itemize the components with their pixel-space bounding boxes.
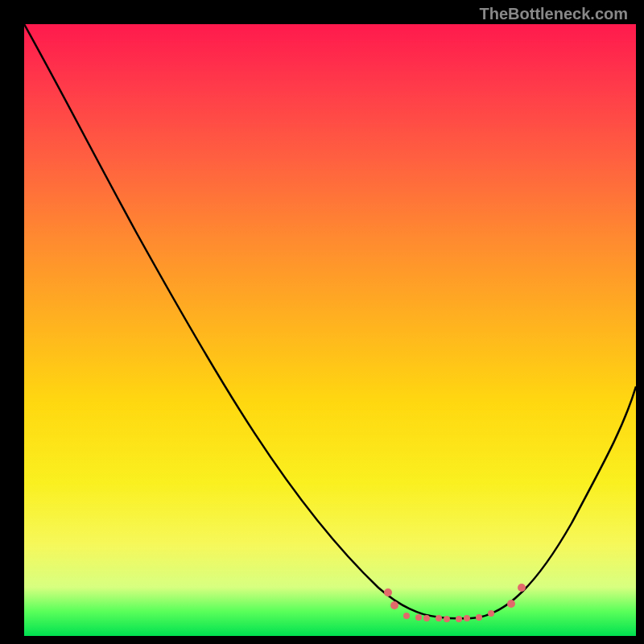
highlight-dot [488, 610, 494, 617]
highlight-dot [456, 616, 462, 622]
highlight-dot [403, 613, 410, 619]
dots-group [384, 584, 526, 622]
highlight-dot [415, 614, 422, 621]
highlight-dot [384, 588, 392, 597]
highlight-dot [423, 615, 430, 621]
curve-svg [24, 24, 636, 636]
highlight-dot [507, 600, 515, 608]
highlight-dot [464, 615, 470, 621]
curve-path [24, 24, 636, 618]
highlight-dot [390, 601, 398, 609]
highlight-dot [444, 616, 450, 622]
highlight-dot [518, 584, 526, 592]
watermark-text: TheBottleneck.com [480, 5, 628, 23]
plot-area [24, 24, 636, 636]
highlight-dot [476, 614, 482, 621]
chart-container: TheBottleneck.com [0, 0, 644, 644]
highlight-dot [436, 615, 442, 621]
